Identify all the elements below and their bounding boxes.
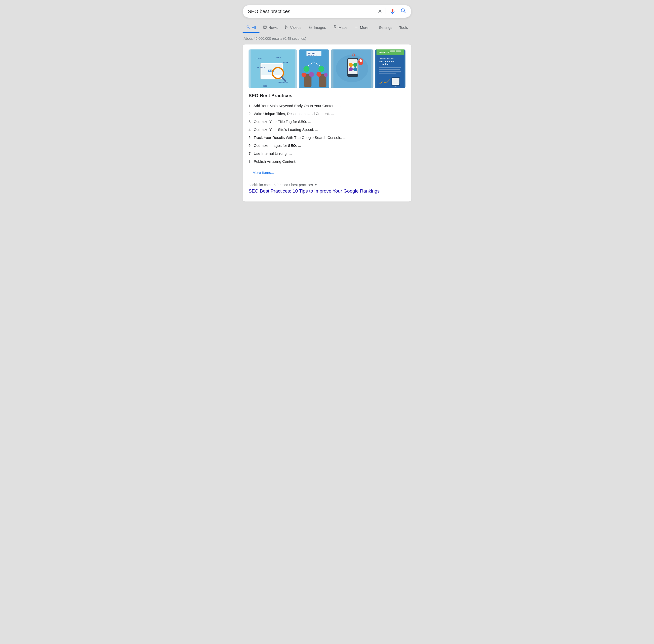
more-items-link[interactable]: More items... (248, 170, 274, 175)
maps-tab-icon (333, 25, 337, 30)
svg-line-3 (249, 28, 250, 28)
search-input[interactable] (248, 9, 378, 15)
tab-more-label: More (360, 25, 368, 29)
svg-point-13 (357, 27, 358, 27)
svg-rect-4 (263, 26, 266, 28)
svg-text:SEO BEST: SEO BEST (308, 53, 317, 54)
svg-text:MOBILE SEO:: MOBILE SEO: (380, 58, 395, 60)
svg-text:BUSINESS: BUSINESS (278, 81, 288, 84)
list-item: 6. Optimize Images for SEO. ... (248, 142, 406, 150)
svg-text:SEARCH: SEARCH (257, 66, 265, 69)
divider (386, 8, 386, 15)
svg-point-48 (349, 67, 353, 71)
nav-tabs: All News Videos Images M (243, 22, 411, 33)
search-bar-icons: ✕ (378, 8, 406, 15)
svg-point-10 (335, 26, 335, 27)
search-button[interactable] (400, 8, 406, 15)
snippet-title: SEO Best Practices (248, 93, 406, 98)
list-item: 2. Write Unique Titles, Descriptions and… (248, 110, 406, 118)
search-bar: ✕ (243, 5, 411, 18)
svg-rect-56 (390, 50, 395, 52)
tab-videos-label: Videos (290, 25, 301, 29)
snippet-list: 1. Add Your Main Keyword Early On In You… (248, 102, 406, 165)
tab-videos[interactable]: Videos (281, 23, 305, 33)
source-section: backlinko.com › hub › seo › best-practic… (248, 181, 406, 194)
svg-point-9 (309, 26, 310, 27)
image-strip: SEO LOCAL SERP RANK SEARCH BUSINESS SEM … (248, 49, 406, 88)
tab-tools-label: Tools (399, 25, 408, 29)
tab-maps-label: Maps (338, 25, 347, 29)
svg-text:PRACTICES: PRACTICES (308, 55, 317, 56)
image-thumb-1[interactable]: SEO LOCAL SERP RANK SEARCH BUSINESS SEM (248, 49, 297, 88)
svg-rect-57 (396, 50, 401, 52)
svg-rect-66 (392, 78, 399, 85)
featured-snippet-card: SEO LOCAL SERP RANK SEARCH BUSINESS SEM … (243, 44, 411, 202)
list-item: 3. Optimize Your Title Tag for SEO. ... (248, 118, 406, 126)
all-tab-icon (246, 25, 250, 30)
image-tab-icon (308, 25, 312, 30)
svg-text:BACKLINKO: BACKLINKO (379, 51, 391, 53)
svg-text:🍴: 🍴 (350, 64, 353, 66)
svg-line-1 (404, 12, 406, 13)
mic-icon[interactable] (389, 8, 396, 15)
tab-settings[interactable]: Settings (376, 23, 396, 33)
svg-point-52 (360, 60, 362, 62)
svg-text:RANK: RANK (283, 61, 289, 64)
svg-rect-61 (379, 67, 402, 68)
svg-rect-40 (324, 73, 328, 77)
svg-marker-7 (286, 26, 288, 28)
video-tab-icon (285, 25, 289, 30)
more-tab-icon (355, 25, 359, 30)
svg-point-12 (356, 27, 357, 27)
image-thumb-3[interactable]: 🍴 ✈ (331, 49, 373, 88)
clear-icon[interactable]: ✕ (378, 9, 382, 14)
tab-news-label: News (268, 25, 278, 29)
svg-text:✈: ✈ (352, 52, 356, 58)
svg-rect-63 (379, 71, 401, 72)
svg-point-34 (319, 66, 324, 72)
svg-point-47 (353, 63, 357, 67)
image-thumb-2[interactable]: SEO BEST PRACTICES (299, 49, 329, 88)
svg-rect-38 (309, 72, 314, 77)
image-thumb-4[interactable]: BACKLINKO MOBILE SEO: The Definitive Gui… (375, 49, 406, 88)
svg-rect-37 (302, 73, 307, 77)
news-tab-icon (263, 25, 267, 30)
svg-point-49 (353, 67, 357, 71)
svg-rect-62 (379, 69, 400, 70)
tab-all[interactable]: All (243, 22, 260, 33)
tab-tools[interactable]: Tools (396, 23, 411, 33)
dropdown-arrow-icon[interactable]: ▼ (314, 183, 317, 187)
svg-rect-44 (348, 60, 358, 74)
svg-text:The Definitive: The Definitive (379, 60, 394, 63)
svg-text:SEM: SEM (263, 85, 267, 87)
svg-text:Guide: Guide (382, 63, 389, 66)
breadcrumb: backlinko.com › hub › seo › best-practic… (248, 183, 406, 187)
svg-rect-64 (379, 73, 396, 73)
tab-news[interactable]: News (260, 23, 281, 33)
list-item: 8. Publish Amazing Content. (248, 158, 406, 165)
svg-text:SERP: SERP (275, 56, 281, 59)
nav-right: Settings Tools (376, 23, 411, 32)
svg-rect-39 (317, 72, 321, 77)
tab-images-label: Images (314, 25, 326, 29)
svg-text:LOCAL: LOCAL (256, 58, 262, 60)
page-wrapper: ✕ All (243, 5, 411, 202)
tab-settings-label: Settings (379, 25, 392, 29)
list-item: 1. Add Your Main Keyword Early On In You… (248, 102, 406, 110)
tab-maps[interactable]: Maps (330, 23, 351, 33)
svg-point-11 (355, 27, 356, 27)
list-item: 5. Track Your Results With The Google Se… (248, 134, 406, 142)
tab-more[interactable]: More (351, 23, 372, 33)
svg-point-33 (304, 66, 310, 72)
results-count: About 46,000,000 results (0.48 seconds) (243, 37, 411, 41)
tab-images[interactable]: Images (305, 23, 330, 33)
list-item: 4. Optimize Your Site's Loading Speed. .… (248, 126, 406, 134)
list-item: 7. Use Internal Linking. ... (248, 150, 406, 158)
tab-all-label: All (252, 25, 256, 29)
breadcrumb-text: backlinko.com › hub › seo › best-practic… (248, 183, 313, 187)
result-title-link[interactable]: SEO Best Practices: 10 Tips to Improve Y… (248, 188, 380, 193)
